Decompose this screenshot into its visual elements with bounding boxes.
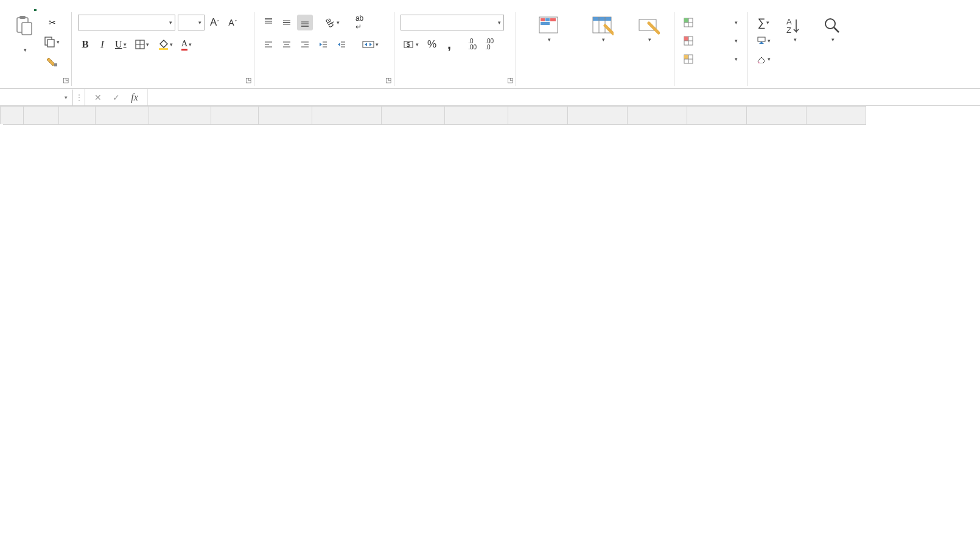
align-middle-button[interactable] (279, 15, 295, 30)
group-font-label (78, 83, 248, 85)
group-alignment-label (261, 83, 388, 85)
format-cells-button[interactable]: ▾ (681, 51, 741, 67)
col-header[interactable] (508, 107, 568, 125)
col-header[interactable] (59, 107, 96, 125)
align-right-button[interactable] (297, 37, 313, 52)
percent-button[interactable]: % (424, 37, 439, 52)
col-header[interactable] (382, 107, 445, 125)
col-header[interactable] (445, 107, 508, 125)
find-select-button[interactable]: ▾ (815, 15, 849, 43)
tab-insert[interactable] (45, 2, 65, 10)
format-cells-icon (684, 54, 695, 64)
ribbon: ▾ ✂ ▾ ◳ ▾ ▾ A˄ A˅ (0, 10, 980, 89)
col-header[interactable] (747, 107, 807, 125)
accounting-format-button[interactable]: $▾ (401, 37, 422, 52)
underline-button[interactable]: U▾ (112, 37, 130, 52)
group-editing: ∑▾ ▾ ▾ AZ ▾ ▾ (747, 12, 869, 86)
cut-button[interactable]: ✂ (41, 15, 63, 30)
paste-button[interactable]: ▾ (11, 15, 38, 54)
bucket-icon (158, 39, 169, 50)
tab-developer[interactable] (162, 2, 181, 10)
tab-file[interactable] (6, 2, 26, 10)
group-number-label (401, 83, 509, 85)
col-header[interactable] (149, 107, 211, 125)
svg-rect-5 (54, 63, 57, 66)
orientation-button[interactable]: ab▾ (323, 15, 343, 30)
formula-input[interactable] (148, 89, 980, 105)
wrap-text-button[interactable]: ab↵ (352, 15, 367, 30)
borders-icon (135, 40, 145, 49)
font-name-select[interactable]: ▾ (78, 15, 175, 30)
ribbon-tabs (0, 0, 980, 10)
bold-button[interactable]: B (78, 37, 93, 52)
tab-home[interactable] (26, 2, 45, 10)
name-box[interactable]: ▾ (0, 90, 73, 105)
font-dialog-launcher[interactable]: ◳ (245, 76, 251, 84)
format-painter-button[interactable] (41, 54, 63, 69)
svg-rect-1 (19, 16, 26, 19)
sort-filter-button[interactable]: AZ ▾ (777, 15, 811, 43)
number-format-select[interactable]: ▾ (401, 15, 504, 30)
align-center-button[interactable] (279, 37, 295, 52)
fill-down-icon (757, 37, 766, 45)
autosum-button[interactable]: ∑▾ (754, 15, 774, 30)
col-header[interactable] (211, 107, 259, 125)
increase-font-button[interactable]: A˄ (207, 15, 223, 30)
delete-cells-button[interactable]: ▾ (681, 33, 741, 49)
font-size-select[interactable]: ▾ (178, 15, 205, 30)
decrease-decimal-button[interactable]: .00.0 (482, 37, 497, 52)
svg-point-62 (825, 19, 835, 29)
font-color-button[interactable]: A▾ (178, 37, 195, 52)
enter-formula-button[interactable]: ✓ (107, 89, 125, 105)
increase-decimal-button[interactable]: .0.00 (465, 37, 480, 52)
svg-rect-43 (593, 17, 611, 21)
col-header[interactable] (312, 107, 382, 125)
svg-rect-41 (541, 22, 550, 25)
svg-rect-48 (684, 18, 688, 23)
spreadsheet-grid[interactable] (0, 106, 980, 125)
format-as-table-button[interactable]: ▾ (581, 15, 625, 43)
tab-formulas[interactable] (84, 2, 103, 10)
col-header[interactable] (24, 107, 59, 125)
insert-cells-button[interactable]: ▾ (681, 15, 741, 30)
delete-cells-icon (684, 36, 695, 46)
italic-button[interactable]: I (95, 37, 110, 52)
col-header[interactable] (628, 107, 687, 125)
col-header[interactable] (259, 107, 312, 125)
tab-data[interactable] (103, 2, 123, 10)
cell-styles-button[interactable]: ▾ (632, 15, 666, 43)
svg-rect-2 (22, 23, 32, 35)
clear-button[interactable]: ▾ (754, 51, 774, 67)
tab-help[interactable] (181, 2, 201, 10)
tab-page-layout[interactable] (65, 2, 84, 10)
borders-button[interactable]: ▾ (132, 37, 152, 52)
decrease-font-button[interactable]: A˅ (225, 15, 240, 30)
col-header[interactable] (96, 107, 149, 125)
number-dialog-launcher[interactable]: ◳ (507, 76, 513, 84)
tab-view[interactable] (142, 2, 162, 10)
align-bottom-button[interactable] (297, 15, 313, 30)
insert-function-button[interactable]: fx (125, 89, 144, 105)
tab-review[interactable] (123, 2, 142, 10)
cancel-formula-button[interactable]: ✕ (89, 89, 107, 105)
select-all-corner[interactable] (1, 107, 24, 125)
fill-color-button[interactable]: ▾ (155, 37, 176, 52)
increase-indent-button[interactable] (334, 37, 349, 52)
conditional-formatting-button[interactable]: ▾ (524, 15, 574, 43)
col-header[interactable] (687, 107, 747, 125)
decrease-indent-button[interactable] (315, 37, 331, 52)
align-left-button[interactable] (261, 37, 276, 52)
col-header[interactable] (807, 107, 866, 125)
fill-button[interactable]: ▾ (754, 33, 774, 49)
comma-button[interactable]: , (442, 37, 457, 52)
merge-center-button[interactable]: ▾ (359, 37, 382, 52)
alignment-dialog-launcher[interactable]: ◳ (385, 76, 391, 84)
col-header[interactable] (568, 107, 628, 125)
svg-rect-59 (758, 37, 765, 41)
svg-rect-40 (550, 18, 556, 21)
group-font: ▾ ▾ A˄ A˅ B I U▾ ▾ ▾ (72, 12, 254, 86)
align-top-button[interactable] (261, 15, 276, 30)
svg-rect-34 (363, 41, 374, 48)
copy-button[interactable]: ▾ (41, 34, 63, 50)
clipboard-dialog-launcher[interactable]: ◳ (63, 76, 69, 84)
